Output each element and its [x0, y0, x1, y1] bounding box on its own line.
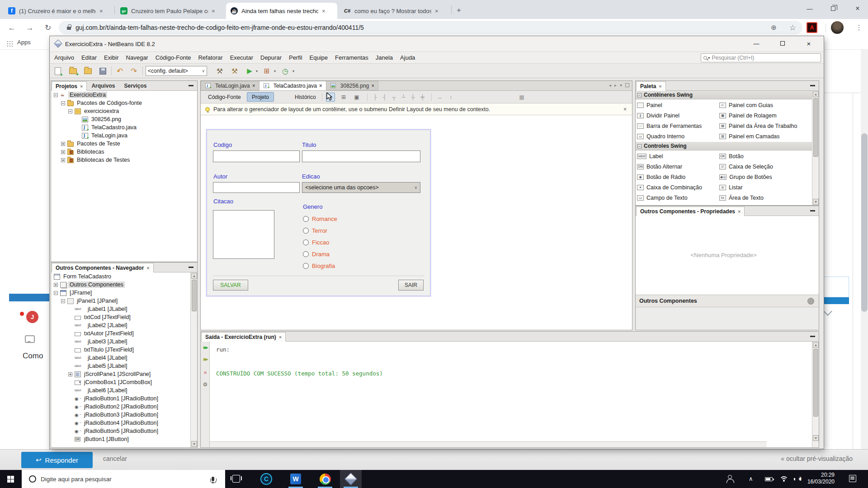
tree-row[interactable]: −jPanel1 [JPanel]: [51, 297, 190, 305]
tab-close-icon[interactable]: ×: [659, 84, 661, 89]
expander-icon[interactable]: +: [54, 283, 58, 287]
stop-icon[interactable]: ■: [201, 370, 210, 375]
scrollbar-thumb[interactable]: [813, 98, 818, 157]
help-icon[interactable]: [807, 298, 814, 305]
open-project-button[interactable]: [82, 66, 93, 76]
back-button[interactable]: ←: [5, 22, 18, 34]
tree-row[interactable]: −exercicioextra: [51, 107, 197, 115]
reload-button[interactable]: ↻: [42, 22, 54, 34]
task-view-icon[interactable]: [232, 475, 240, 483]
start-button[interactable]: [7, 476, 10, 479]
cancel-link[interactable]: cancelar: [103, 455, 127, 462]
chevron-down-icon[interactable]: [823, 307, 832, 316]
align-icon[interactable]: ┼: [408, 93, 418, 102]
rerun-with-icon[interactable]: ▶▶: [201, 357, 210, 361]
expander-icon[interactable]: −: [54, 93, 58, 97]
palette-item[interactable]: ◉Botão de Rádio: [637, 172, 719, 182]
browser-minimize-button[interactable]: —: [799, 0, 820, 17]
save-all-button[interactable]: [97, 66, 108, 76]
taskbar-app-word[interactable]: W: [290, 473, 302, 485]
scroll-up-icon[interactable]: ▲: [191, 273, 197, 279]
tab-close-icon[interactable]: ×: [99, 8, 103, 14]
menu-item[interactable]: Arquivo: [51, 52, 78, 64]
hide-preview-link[interactable]: « ocultar pré-visualização: [781, 455, 853, 462]
palette-item[interactable]: ☑Caixa de Seleção: [719, 161, 812, 172]
tab-close-icon[interactable]: ×: [371, 83, 374, 89]
grid-icon[interactable]: ▦: [517, 93, 526, 102]
tree-row[interactable]: −ExercicioExtra: [51, 91, 197, 99]
collapse-icon[interactable]: −: [637, 93, 642, 97]
tree-row[interactable]: jLabel6 [JLabel]: [51, 386, 190, 394]
design-canvas[interactable]: Codigo Titulo Autor Edicao <selecione um…: [201, 115, 632, 330]
minimize-panel-icon[interactable]: [810, 85, 815, 86]
tab-servicos[interactable]: Serviços: [119, 81, 151, 90]
tree-row[interactable]: −Pacotes de Códigos-fonte: [51, 99, 197, 107]
scroll-down-icon[interactable]: ▼: [813, 199, 819, 205]
browser-tab-csharp[interactable]: C# como eu faço ? Mostrar todos os ×: [339, 3, 449, 19]
battery-icon[interactable]: [765, 477, 773, 481]
tree-row[interactable]: jRadioButton4 [JRadioButton]: [51, 419, 190, 427]
menu-item[interactable]: Exibir: [100, 52, 123, 64]
tree-row[interactable]: +Bibliotecas de Testes: [51, 156, 197, 164]
sair-button[interactable]: SAIR: [398, 280, 424, 291]
scroll-tabs-right-icon[interactable]: ▸: [614, 83, 617, 88]
tab-close-icon[interactable]: ×: [279, 334, 282, 340]
preview-design-icon[interactable]: ▣: [352, 93, 361, 102]
debug-dropdown-icon[interactable]: ▾: [272, 66, 278, 76]
menu-item[interactable]: Equipe: [306, 52, 331, 64]
tab-list-icon[interactable]: ▾: [620, 83, 622, 88]
minimize-panel-icon[interactable]: [810, 336, 815, 337]
menu-item[interactable]: Ferramentas: [331, 52, 372, 64]
rerun-icon[interactable]: ▶▶: [201, 345, 210, 350]
palette-item[interactable]: ‖Dividir Painel: [637, 110, 719, 121]
expander-icon[interactable]: +: [61, 158, 65, 162]
palette-section-containers[interactable]: − Contêineres Swing: [636, 91, 812, 99]
radio-option[interactable]: Drama: [303, 251, 337, 257]
settings-icon[interactable]: ⚙: [201, 381, 210, 388]
scroll-down-icon[interactable]: ▼: [813, 435, 819, 441]
browser-menu-icon[interactable]: ⋮: [854, 22, 863, 33]
tab-projetos[interactable]: Projetos ×: [52, 81, 87, 91]
palette-item[interactable]: ▨Painel em Camadas: [719, 131, 812, 141]
menu-item[interactable]: Código-Fonte: [152, 52, 195, 64]
edicao-combo[interactable]: <selecione uma das opcoes> ∨: [302, 182, 420, 193]
menu-item[interactable]: Editar: [78, 52, 100, 64]
same-height-icon[interactable]: ↕: [446, 93, 455, 102]
same-width-icon[interactable]: ↔: [435, 93, 444, 102]
view-projeto-selected[interactable]: Projeto: [247, 92, 274, 102]
hint-close-icon[interactable]: ×: [623, 106, 627, 113]
palette-item[interactable]: ▭Quadro Interno: [637, 131, 719, 141]
minimize-panel-icon[interactable]: [810, 210, 815, 211]
profile-dropdown-icon[interactable]: ▾: [291, 66, 296, 76]
new-file-button[interactable]: [52, 66, 63, 76]
palette-item[interactable]: ▭Campo de Texto: [637, 192, 719, 203]
view-historico[interactable]: Histórico: [290, 92, 321, 102]
radio-icon[interactable]: [303, 251, 309, 257]
expander-icon[interactable]: +: [68, 372, 72, 376]
tree-row[interactable]: +jScrollPane1 [JScrollPane]: [51, 370, 190, 378]
align-icon[interactable]: ┬: [389, 93, 399, 102]
new-tab-button[interactable]: +: [453, 5, 465, 16]
tree-row[interactable]: txtTitulo [JTextField]: [51, 346, 190, 354]
page-scrollbar-thumb[interactable]: [861, 133, 868, 312]
scroll-up-icon[interactable]: ▲: [813, 342, 819, 348]
citacao-textarea[interactable]: [213, 210, 274, 259]
tab-propriedades[interactable]: Outros Componentes - Propriedades ×: [636, 206, 745, 216]
scroll-tabs-left-icon[interactable]: ◂: [609, 83, 611, 88]
responder-button[interactable]: ↩ Responder: [21, 452, 93, 468]
run-button[interactable]: ▶: [244, 66, 255, 76]
tab-close-icon[interactable]: ×: [319, 83, 322, 89]
tree-row[interactable]: txtAutor [JTextField]: [51, 329, 190, 338]
expander-icon[interactable]: −: [61, 101, 65, 105]
tab-close-icon[interactable]: ×: [252, 83, 255, 89]
radio-option[interactable]: Ficcao: [303, 239, 337, 245]
tree-row[interactable]: jRadioButton3 [JRadioButton]: [51, 411, 190, 419]
zoom-icon[interactable]: ⊕: [771, 23, 777, 32]
codigo-field[interactable]: [213, 150, 300, 162]
palette-item[interactable]: ◉◎Grupo de Botões: [719, 172, 812, 182]
radio-option[interactable]: Terror: [303, 228, 337, 234]
tab-saida[interactable]: Saída - ExercicioExtra (run) ×: [201, 332, 286, 342]
address-bar[interactable]: guj.com.br/t/ainda-tem-falhas-neste-trec…: [59, 21, 802, 34]
speaker-icon[interactable]: [796, 477, 801, 481]
browser-tab-guj-active[interactable]: ☕ Ainda tem falhas neste trecho de ×: [226, 3, 337, 19]
